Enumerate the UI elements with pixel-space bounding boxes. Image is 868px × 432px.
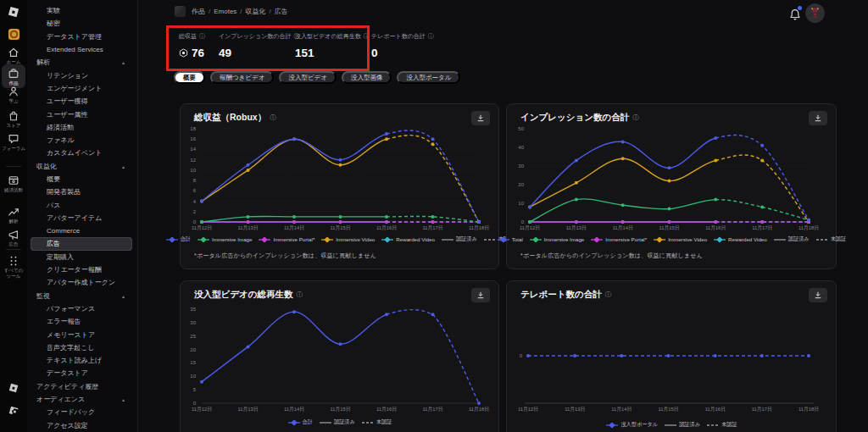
sidebar-item-Extended Services[interactable]: Extended Services	[31, 43, 132, 56]
sidebar-item-アクティビティ履歴[interactable]: アクティビティ履歴	[31, 380, 132, 393]
sidebar-item-概要[interactable]: 概要	[31, 173, 132, 186]
chart-title: 総収益（Robux） ⓘ	[194, 112, 276, 124]
rail-item-ads[interactable]: 広告	[2, 228, 25, 247]
chart-legend: 合計認証済み未認証	[181, 418, 498, 426]
sidebar-item-秘密[interactable]: 秘密	[31, 17, 132, 30]
breadcrumb-広告[interactable]: 広告	[275, 7, 288, 16]
collapse-arrow-icon[interactable]: ▴	[122, 163, 125, 169]
sidebar-item-オーディエンス[interactable]: オーディエンス▴	[31, 393, 132, 406]
sidebar-item-定期購入[interactable]: 定期購入	[31, 251, 132, 263]
sidebar-item-開発者製品[interactable]: 開発者製品	[31, 186, 132, 198]
tab-没入型ビデオ[interactable]: 没入型ビデオ	[279, 71, 337, 84]
info-icon[interactable]: ⓘ	[296, 291, 303, 299]
sidebar-item-音声文字起こし[interactable]: 音声文字起こし	[31, 341, 132, 354]
user-avatar[interactable]	[805, 3, 825, 23]
svg-text:11月14日: 11月14日	[284, 225, 304, 231]
rail-item-home[interactable]: ホーム	[2, 46, 25, 65]
kpi-label: 総収益	[179, 32, 197, 41]
download-button[interactable]	[471, 111, 490, 125]
chart-canvas: 0102030405011月12日11月13日11月14日11月15日11月16…	[507, 104, 836, 269]
rail-item-analytics[interactable]: 解析	[2, 205, 25, 224]
legend-item-未認証: 未認証	[815, 235, 847, 243]
rail-item-creator-profile[interactable]	[2, 28, 25, 41]
sidebar-item-エラー報告[interactable]: エラー報告	[31, 315, 132, 328]
collapse-arrow-icon[interactable]: ▴	[122, 293, 125, 299]
rail-item-learn[interactable]: 学ぶ	[2, 85, 25, 104]
sidebar-item-ファネル[interactable]: ファネル	[31, 134, 132, 147]
sidebar-item-データストア[interactable]: データストア	[31, 367, 132, 379]
rail-item-store[interactable]: ストア	[2, 109, 25, 129]
sidebar-item-経済活動[interactable]: 経済活動	[31, 121, 132, 134]
analytics-icon	[8, 205, 20, 218]
info-icon[interactable]: ⓘ	[270, 114, 276, 122]
svg-text:11月15日: 11月15日	[330, 407, 350, 413]
collapse-arrow-icon[interactable]: ▴	[122, 396, 125, 402]
rail-item-economy[interactable]: 経済活動	[2, 174, 25, 193]
sidebar-item-アバターアイテム[interactable]: アバターアイテム	[31, 212, 132, 224]
breadcrumb-作品[interactable]: 作品	[192, 7, 205, 16]
chart-canvas: 0510152025303511月12日11月13日11月14日11月15日11…	[181, 281, 498, 432]
tab-没入型ポータル[interactable]: 没入型ポータル	[397, 71, 460, 84]
rail-item-roblox-logo[interactable]	[2, 5, 25, 18]
download-button[interactable]	[471, 288, 490, 302]
info-icon[interactable]: ⓘ	[199, 32, 205, 41]
sidebar-item-解析[interactable]: 解析▴	[31, 56, 132, 69]
sidebar-item-メモリーストア[interactable]: メモリーストア	[31, 328, 132, 341]
tab-報酬つきビデオ[interactable]: 報酬つきビデオ	[210, 71, 274, 84]
svg-text:0: 0	[520, 353, 523, 358]
svg-text:11月18日: 11月18日	[469, 225, 489, 231]
icon-rail: ホーム作品学ぶストアフォーラム経済活動解析広告すべてのツール	[0, 0, 27, 432]
svg-text:15: 15	[190, 360, 196, 365]
svg-text:11月17日: 11月17日	[752, 225, 772, 231]
sidebar-item-収益化[interactable]: 収益化▴	[31, 160, 132, 173]
creator-profile-icon	[8, 28, 20, 41]
sidebar-item-アクセス設定[interactable]: アクセス設定	[31, 419, 132, 432]
info-icon[interactable]: ⓘ	[632, 114, 639, 122]
sidebar-item-エンゲージメント[interactable]: エンゲージメント	[31, 82, 132, 95]
sidebar-item-フィードバック[interactable]: フィードバック	[31, 406, 132, 418]
legend-item-Rewarded Video: Rewarded Video	[713, 236, 767, 243]
tab-没入型画像[interactable]: 没入型画像	[342, 71, 392, 84]
legend-item-Rewarded Video: Rewarded Video	[381, 236, 435, 243]
rail-item-roblox-studio[interactable]	[2, 404, 25, 417]
rail-item-forum[interactable]: フォーラム	[2, 132, 25, 152]
sidebar-item-広告[interactable]: 広告	[31, 237, 132, 250]
svg-text:20: 20	[518, 182, 524, 187]
download-button[interactable]	[809, 111, 827, 125]
legend-item-Immersive Video: Immersive Video	[653, 236, 707, 243]
sidebar-item-Commerce[interactable]: Commerce	[31, 224, 132, 237]
sidebar-item-監視[interactable]: 監視▴	[31, 290, 132, 302]
sidebar-item-ユーザー属性[interactable]: ユーザー属性	[31, 108, 132, 120]
collapse-arrow-icon[interactable]: ▴	[122, 59, 125, 65]
kpi-value: 49	[219, 47, 231, 59]
rail-item-all-tools[interactable]: すべてのツール	[2, 254, 25, 279]
roblox-app-icon	[8, 381, 20, 394]
svg-text:11月17日: 11月17日	[752, 407, 772, 413]
rail-item-roblox-app[interactable]	[2, 381, 25, 394]
info-icon[interactable]: ⓘ	[605, 291, 612, 299]
sidebar-item-ユーザー獲得[interactable]: ユーザー獲得	[31, 95, 132, 108]
sidebar-item-リテンション[interactable]: リテンション	[31, 69, 132, 81]
legend-item-合計: 合計	[287, 418, 313, 426]
economy-icon	[8, 174, 20, 186]
info-icon[interactable]: ⓘ	[364, 32, 370, 41]
info-icon[interactable]: ⓘ	[428, 32, 434, 41]
sidebar-item-テキスト読み上げ[interactable]: テキスト読み上げ	[31, 354, 132, 367]
breadcrumb: 作品/Emotes/収益化/広告	[175, 6, 288, 17]
svg-text:11月14日: 11月14日	[611, 407, 632, 413]
sidebar-item-クリエーター報酬[interactable]: クリエーター報酬	[31, 263, 132, 276]
chart-title: 没入型ビデオの総再生数 ⓘ	[194, 289, 303, 301]
tab-概要[interactable]: 概要	[174, 71, 205, 84]
sidebar-item-アバター作成トークン[interactable]: アバター作成トークン	[31, 276, 132, 289]
breadcrumb-Emotes[interactable]: Emotes	[214, 8, 236, 15]
sidebar-item-パフォーマンス[interactable]: パフォーマンス	[31, 302, 132, 315]
legend-item-未認証: 未認証	[361, 418, 392, 426]
sidebar-item-パス[interactable]: パス	[31, 198, 132, 211]
sidebar-item-データストア管理[interactable]: データストア管理	[31, 30, 132, 43]
chart-title: インプレッション数の合計 ⓘ	[520, 112, 639, 124]
download-button[interactable]	[809, 288, 827, 302]
sidebar-item-カスタムイベント[interactable]: カスタムイベント	[31, 147, 132, 159]
robux-icon	[179, 48, 188, 58]
sidebar-item-実験[interactable]: 実験	[31, 4, 132, 17]
breadcrumb-収益化[interactable]: 収益化	[246, 7, 266, 16]
